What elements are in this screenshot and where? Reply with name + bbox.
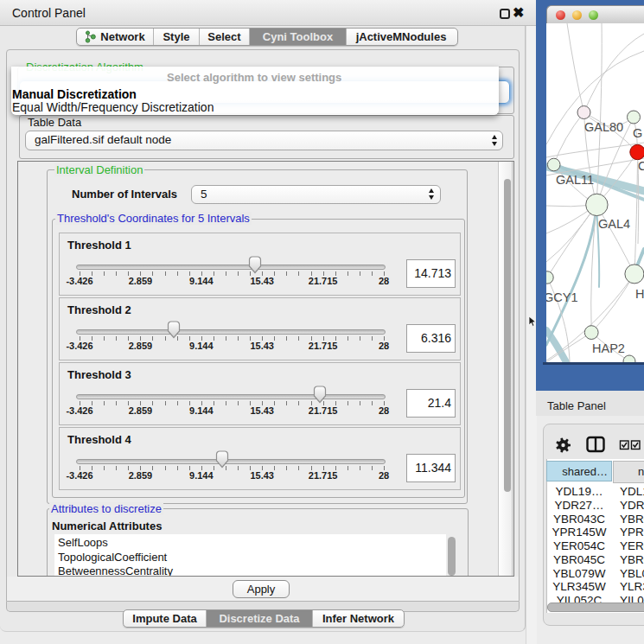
- svg-text:G: G: [633, 126, 642, 140]
- svg-text:HAP2: HAP2: [592, 341, 625, 355]
- svg-text:GAL11: GAL11: [556, 173, 594, 187]
- svg-text:H: H: [635, 287, 644, 301]
- svg-text:GAL80: GAL80: [584, 120, 623, 134]
- svg-text:GAL4: GAL4: [598, 217, 630, 231]
- svg-text:GCY1: GCY1: [546, 290, 578, 304]
- svg-text:C: C: [638, 159, 644, 173]
